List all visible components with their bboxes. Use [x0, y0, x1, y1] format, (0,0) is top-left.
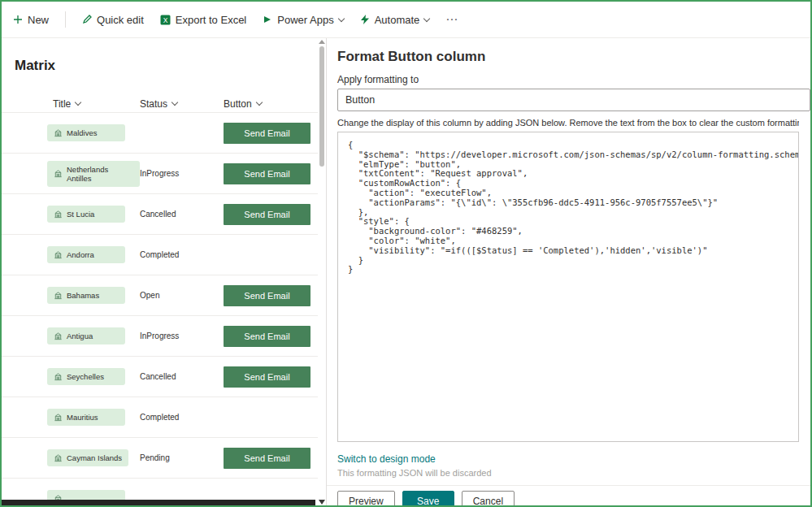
- button-cell: Send Email: [224, 366, 318, 388]
- title-cell-wrap: Maldives: [47, 124, 140, 141]
- scrollbar-thumb[interactable]: [319, 46, 324, 167]
- table-row: Bahamas Open Send Email: [2, 275, 318, 316]
- table-row: Netherlands Antilles InProgress Send Ema…: [2, 154, 318, 194]
- scroll-down-icon[interactable]: [319, 500, 325, 505]
- more-commands-button[interactable]: ⋯: [445, 12, 458, 27]
- column-header-button[interactable]: Button: [224, 98, 318, 110]
- discard-note: This formatting JSON will be discarded: [337, 468, 799, 478]
- title-cell[interactable]: Netherlands Antilles: [47, 161, 140, 187]
- row-status: InProgress: [140, 169, 224, 178]
- building-icon: [54, 291, 63, 300]
- preview-button[interactable]: Preview: [337, 491, 395, 505]
- row-status: Completed: [140, 413, 224, 422]
- row-title-text: Andorra: [67, 250, 94, 259]
- scroll-up-icon[interactable]: [319, 40, 325, 44]
- title-cell[interactable]: Andorra: [47, 246, 125, 263]
- row-status: Pending: [140, 453, 224, 462]
- send-email-button[interactable]: Send Email: [224, 204, 310, 225]
- chevron-down-icon: [172, 99, 178, 106]
- toolbar-divider: [65, 11, 66, 28]
- quick-edit-button[interactable]: Quick edit: [82, 14, 144, 26]
- title-cell-wrap: Mauritius: [47, 409, 140, 426]
- export-to-excel-button[interactable]: X Export to Excel: [160, 14, 246, 26]
- list-header: Title Status Button: [2, 95, 318, 113]
- send-email-button[interactable]: Send Email: [224, 285, 310, 306]
- building-icon: [54, 250, 63, 259]
- title-cell[interactable]: Mauritius: [47, 409, 125, 426]
- button-cell: Send Email: [224, 123, 318, 144]
- send-email-button[interactable]: Send Email: [224, 448, 310, 469]
- send-email-button[interactable]: Send Email: [224, 366, 310, 388]
- panel-title: Format Button column: [337, 49, 799, 65]
- chevron-down-icon: [255, 99, 262, 106]
- building-icon: [54, 128, 63, 137]
- automate-icon: [360, 15, 370, 24]
- title-cell-wrap: St Lucia: [47, 206, 140, 223]
- title-cell-wrap: Bahamas: [47, 287, 140, 304]
- button-cell: Send Email: [224, 285, 318, 306]
- title-cell-wrap: Antigua: [47, 327, 140, 344]
- chevron-down-icon: [337, 15, 344, 21]
- table-row: Maldives Send Email: [2, 113, 318, 154]
- plus-icon: [13, 15, 23, 24]
- panel-footer: Preview Save Cancel: [337, 486, 799, 505]
- apply-formatting-dropdown[interactable]: Button: [337, 89, 810, 111]
- vertical-scrollbar[interactable]: [318, 38, 326, 505]
- send-email-button[interactable]: Send Email: [224, 326, 310, 347]
- title-cell-wrap: Andorra: [47, 246, 140, 263]
- json-editor[interactable]: { "$schema": "https://developer.microsof…: [337, 132, 799, 442]
- row-title-text: Bahamas: [67, 291, 99, 300]
- row-title-text: St Lucia: [67, 210, 94, 219]
- panel-description: Change the display of this column by add…: [337, 118, 799, 128]
- title-cell[interactable]: Cayman Islands: [47, 449, 128, 466]
- export-to-excel-label: Export to Excel: [176, 14, 246, 26]
- title-cell[interactable]: Maldives: [47, 124, 125, 141]
- title-cell[interactable]: Seychelles: [47, 368, 125, 385]
- title-cell[interactable]: St Lucia: [47, 206, 125, 223]
- send-email-button[interactable]: Send Email: [224, 123, 310, 144]
- button-cell: Send Email: [224, 204, 318, 225]
- column-header-title-label: Title: [53, 98, 71, 110]
- row-title-text: Seychelles: [67, 372, 104, 381]
- table-row: Cayman Islands Pending Send Email: [2, 438, 318, 479]
- svg-text:X: X: [163, 15, 167, 24]
- row-status: InProgress: [140, 332, 224, 340]
- building-icon: [54, 210, 63, 219]
- row-title-text: Maldives: [67, 128, 98, 137]
- button-cell: Send Email: [224, 448, 318, 469]
- power-apps-button[interactable]: Power Apps: [263, 14, 343, 26]
- excel-icon: X: [160, 15, 171, 25]
- new-button[interactable]: New: [13, 14, 49, 26]
- main-area: Matrix Title Status Button: [2, 38, 810, 505]
- automate-label: Automate: [375, 14, 420, 26]
- horizontal-scrollbar[interactable]: [2, 500, 315, 505]
- power-apps-icon: [263, 15, 272, 24]
- description-text: Change the display of this column by add…: [337, 118, 799, 128]
- send-email-button[interactable]: Send Email: [224, 163, 310, 184]
- new-button-label: New: [28, 14, 49, 26]
- row-title-text: Antigua: [67, 332, 93, 340]
- title-cell[interactable]: Bahamas: [47, 287, 125, 304]
- switch-design-mode-link[interactable]: Switch to design mode: [337, 453, 436, 465]
- table-row: Antigua InProgress Send Email: [2, 316, 318, 357]
- column-header-status[interactable]: Status: [140, 98, 224, 110]
- table-row: Seychelles Cancelled Send Email: [2, 357, 318, 397]
- save-button[interactable]: Save: [402, 491, 454, 505]
- row-title-text: Cayman Islands: [67, 453, 122, 462]
- chevron-down-icon: [75, 99, 81, 106]
- list-title: Matrix: [15, 58, 318, 74]
- cancel-button[interactable]: Cancel: [462, 491, 515, 505]
- row-status: Open: [140, 291, 224, 300]
- automate-button[interactable]: Automate: [360, 14, 430, 26]
- table-row: St Lucia Cancelled Send Email: [2, 194, 318, 235]
- chevron-down-icon: [423, 15, 430, 21]
- list-pane: Matrix Title Status Button: [2, 38, 318, 505]
- sharepoint-list-view: New Quick edit X Export to Excel Power A…: [2, 2, 810, 505]
- title-cell-wrap: Netherlands Antilles: [47, 161, 140, 187]
- format-column-panel: Format Button column Apply formatting to…: [326, 38, 810, 505]
- power-apps-label: Power Apps: [277, 14, 333, 26]
- building-icon: [54, 453, 63, 462]
- column-header-title[interactable]: Title: [47, 98, 140, 110]
- title-cell-wrap: Cayman Islands: [47, 449, 140, 466]
- title-cell[interactable]: Antigua: [47, 327, 125, 344]
